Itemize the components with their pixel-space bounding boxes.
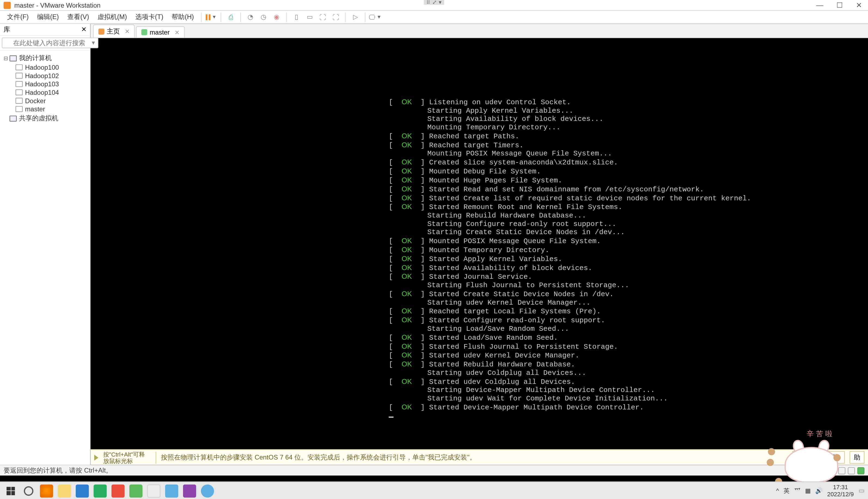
collapse-icon[interactable]: ⊟: [3, 55, 10, 61]
help-button[interactable]: 助: [849, 451, 865, 464]
window-title: master - VMware Workstation: [14, 1, 814, 9]
menu-edit[interactable]: 编辑(E): [34, 11, 63, 23]
tray-notifications-icon[interactable]: ▭: [858, 487, 865, 494]
chevron-down-icon[interactable]: ▼: [212, 14, 217, 20]
vm-icon: [15, 89, 23, 95]
taskbar-app-4[interactable]: [129, 484, 143, 498]
install-done-button[interactable]: 我已完成安装: [792, 451, 845, 464]
device-icon[interactable]: [848, 467, 855, 474]
vm-icon: [15, 81, 23, 87]
install-info-bar: 按"Ctrl+Alt"可释放鼠标光标 按照在物理计算机中的步骤安装 CentOS…: [91, 449, 868, 465]
device-icon[interactable]: [810, 467, 817, 474]
start-button[interactable]: [3, 484, 18, 498]
search-button[interactable]: [22, 484, 36, 498]
toolbar-view-1[interactable]: ▯: [291, 12, 303, 22]
share-icon: [10, 115, 16, 121]
menu-vm[interactable]: 虚拟机(M): [94, 11, 131, 23]
tab-master[interactable]: master ✕: [136, 26, 185, 38]
minimize-button[interactable]: —: [814, 1, 826, 9]
vm-console[interactable]: [ OK ] Listening on udev Control Socket.…: [91, 38, 868, 449]
toolbar-view-4[interactable]: ⛶: [330, 12, 342, 22]
sidebar-title: 库: [3, 25, 10, 34]
tab-home[interactable]: 主页 ✕: [93, 24, 134, 38]
search-dropdown-icon[interactable]: ▼: [91, 40, 96, 46]
windows-icon: [7, 486, 15, 495]
tree-item-vm[interactable]: Hadoop100: [1, 63, 89, 72]
status-bar: 要返回到您的计算机，请按 Ctrl+Alt。: [0, 465, 868, 475]
play-icon: [94, 454, 98, 460]
library-sidebar: 库 ✕ 🔍 ▼ ⊟ 我的计算机 Hadoop100Hadoop102Hadoop…: [0, 24, 91, 465]
maximize-button[interactable]: ☐: [834, 1, 845, 9]
vm-tree: ⊟ 我的计算机 Hadoop100Hadoop102Hadoop103Hadoo…: [0, 51, 90, 126]
tray-ime-mode[interactable]: 爫: [794, 486, 800, 495]
tree-item-vm[interactable]: Docker: [1, 97, 89, 105]
toolbar-view-3[interactable]: ⛶: [317, 12, 329, 22]
toolbar-btn-1[interactable]: ⎙: [225, 12, 237, 22]
tree-item-vm[interactable]: Hadoop104: [1, 88, 89, 97]
home-icon: [98, 28, 104, 34]
sidebar-close-button[interactable]: ✕: [81, 26, 87, 33]
search-icon: [24, 486, 34, 496]
tree-item-vm[interactable]: Hadoop102: [1, 72, 89, 80]
tree-item-vm[interactable]: Hadoop103: [1, 80, 89, 88]
toolbar-view-2[interactable]: ▭: [304, 12, 316, 22]
device-icon[interactable]: [819, 467, 826, 474]
app-icon: [3, 1, 11, 9]
pause-vm-button[interactable]: ▼: [205, 12, 217, 22]
tree-shared-vms[interactable]: 共享的虚拟机: [1, 113, 89, 123]
tray-network-icon[interactable]: ▦: [805, 488, 810, 494]
tree-root-mycomputer[interactable]: ⊟ 我的计算机: [1, 53, 89, 63]
vm-icon: [15, 98, 23, 104]
device-icon[interactable]: [857, 467, 865, 474]
computer-icon: [10, 55, 16, 61]
tray-clock[interactable]: 17:31 2022/12/9: [827, 484, 854, 498]
device-icon[interactable]: [838, 467, 845, 474]
toolbar-play-button[interactable]: ▷: [349, 12, 361, 22]
vm-tabs: 主页 ✕ master ✕: [91, 24, 868, 38]
menu-view[interactable]: 查看(V): [64, 11, 93, 23]
toolbar-btn-4[interactable]: ◉: [271, 12, 283, 22]
tray-ime-lang[interactable]: 英: [784, 486, 789, 495]
taskbar-app-2[interactable]: [93, 484, 107, 498]
ctrl-alt-hint: 按"Ctrl+Alt"可释放鼠标光标: [103, 451, 151, 464]
taskbar-app-explorer[interactable]: [57, 484, 72, 498]
device-icon[interactable]: [800, 467, 807, 474]
status-text: 要返回到您的计算机，请按 Ctrl+Alt。: [3, 466, 112, 475]
system-tray[interactable]: ^ 英 爫 ▦ 🔊 17:31 2022/12/9 ▭: [776, 484, 865, 498]
pause-icon: [206, 14, 211, 20]
taskbar-app-1[interactable]: [75, 484, 89, 498]
taskbar-app-8[interactable]: [201, 484, 215, 498]
tray-chevron-icon[interactable]: ^: [776, 488, 779, 494]
vm-icon: [15, 73, 23, 79]
close-tab-icon[interactable]: ✕: [125, 28, 130, 35]
taskbar-app-firefox[interactable]: [39, 484, 54, 498]
taskbar-app-7[interactable]: [182, 484, 197, 498]
toolbar-btn-2[interactable]: ◔: [244, 12, 256, 22]
close-button[interactable]: ✕: [854, 1, 865, 9]
toolbar-screen-button[interactable]: 🖵▼: [369, 12, 381, 22]
taskbar-app-5[interactable]: [146, 484, 161, 498]
taskbar-app-3[interactable]: [111, 484, 125, 498]
menubar: 文件(F) 编辑(E) 查看(V) 虚拟机(M) 选项卡(T) 帮助(H) ▼ …: [0, 11, 868, 24]
tray-volume-icon[interactable]: 🔊: [815, 488, 822, 494]
menu-file[interactable]: 文件(F): [3, 11, 32, 23]
desktop-top-handle: ⠿⤢▾: [424, 0, 444, 5]
menu-tabs[interactable]: 选项卡(T): [132, 11, 167, 23]
tree-item-vm[interactable]: master: [1, 105, 89, 113]
toolbar-btn-3[interactable]: ◷: [258, 12, 270, 22]
device-icon[interactable]: [791, 467, 798, 474]
taskbar-app-6[interactable]: [165, 484, 179, 498]
vm-icon: [141, 29, 147, 35]
menu-help[interactable]: 帮助(H): [168, 11, 197, 23]
device-icon[interactable]: [829, 467, 836, 474]
vm-icon: [15, 64, 23, 70]
vm-icon: [15, 106, 23, 112]
library-search-input[interactable]: [2, 38, 99, 48]
windows-taskbar: ^ 英 爫 ▦ 🔊 17:31 2022/12/9 ▭: [0, 482, 868, 499]
close-tab-icon[interactable]: ✕: [174, 29, 180, 35]
install-message: 按照在物理计算机中的步骤安装 CentOS 7 64 位。安装完成后，操作系统会…: [161, 453, 788, 462]
